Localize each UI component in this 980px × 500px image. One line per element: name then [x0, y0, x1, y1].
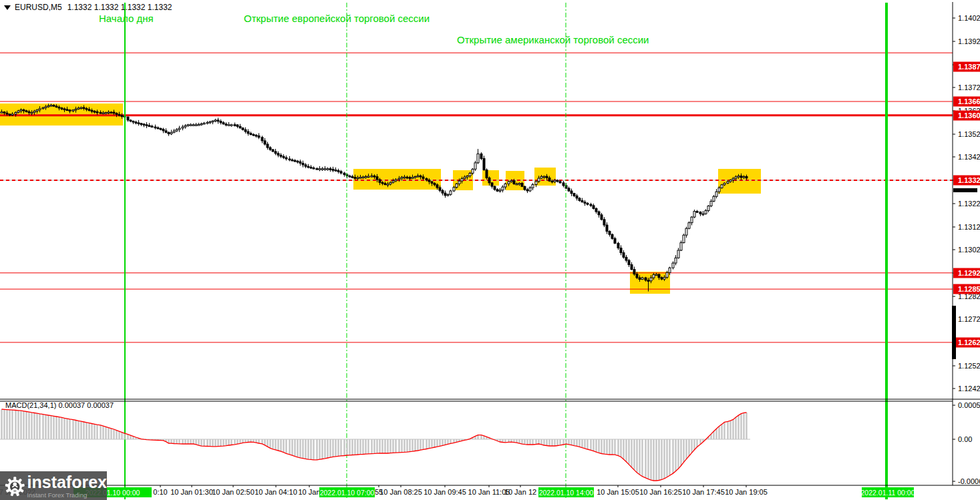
candle-body [598, 212, 600, 215]
candle-body [746, 176, 748, 178]
candle-body [269, 148, 271, 150]
candle-body [606, 225, 608, 231]
annotation-european-session: Открытие европейской торговой сессии [244, 13, 430, 24]
candle-body [461, 179, 463, 182]
macd-pane[interactable] [0, 409, 750, 481]
macd-tick-label: 0.00 [958, 435, 972, 443]
candle-body [239, 126, 241, 128]
candle-body [543, 176, 545, 178]
candle-body [431, 182, 433, 183]
candle-body [488, 178, 490, 182]
candle-body [568, 188, 570, 191]
candle-body [121, 115, 123, 117]
candle-body [499, 190, 501, 192]
price-tick-label: 1.1392 [958, 37, 980, 45]
candle-body [420, 176, 422, 177]
annotation-day-start: Начало дня [99, 13, 154, 24]
candle-body [28, 111, 30, 113]
price-tick-label: 1.1302 [958, 246, 980, 254]
instaforex-gear-icon [4, 473, 26, 500]
candle-body [53, 105, 55, 107]
candle-body [354, 178, 356, 179]
candle-body [554, 180, 556, 182]
candle-body [45, 107, 47, 108]
price-axis[interactable]: 1.14021.13921.13821.13721.13621.13521.13… [952, 14, 980, 485]
candle-body [417, 176, 419, 177]
candle-body [66, 109, 68, 111]
candle-body [381, 182, 383, 184]
candle-body [220, 121, 222, 123]
candle-body [351, 177, 353, 178]
candle-body [371, 176, 373, 177]
candle-body [444, 193, 446, 196]
logo-subtitle: Instant Forex Trading [27, 492, 107, 499]
candle-body [436, 185, 438, 188]
quote-ohlc-values: 1.1332 1.1332 1.1332 1.1332 [67, 3, 172, 12]
candle-body [516, 184, 518, 185]
price-tick-label: 1.1402 [958, 14, 980, 22]
candle-body [434, 183, 436, 184]
candle-body [450, 191, 452, 194]
level-price-label-text: 1.1262 [958, 338, 980, 346]
candle-body [206, 122, 208, 123]
candle-body [357, 178, 359, 179]
symbol-dropdown-icon[interactable] [4, 5, 11, 10]
candle-body [387, 184, 389, 186]
candle-body [236, 125, 238, 126]
candle-body [3, 112, 5, 113]
candle-body [113, 112, 115, 113]
candle-body [521, 184, 523, 187]
price-tick-label: 1.1352 [958, 130, 980, 138]
candle-body [395, 180, 397, 181]
candle-body [72, 110, 74, 111]
time-axis[interactable]: 7 Jan 20220:1010 Jan 01:3010 Jan 02:5010… [0, 485, 915, 497]
candle-body [609, 231, 611, 234]
candle-body [538, 178, 540, 182]
axis-scale-bar[interactable] [952, 306, 956, 359]
session-time-label-text: 2022.01.10 14:00 [539, 489, 594, 497]
time-tick-label: 10 Jan 12 [504, 488, 536, 496]
candle-body [453, 188, 455, 191]
time-tick-label: 10 Jan 08:25 [379, 488, 422, 496]
candle-body [343, 173, 345, 174]
candle-body [217, 120, 219, 121]
candlesticks[interactable] [1, 103, 748, 291]
candle-body [691, 217, 693, 223]
candle-body [590, 204, 592, 206]
candle-body [480, 154, 482, 158]
candle-body [36, 110, 38, 111]
candle-body [6, 113, 8, 114]
candle-body [464, 177, 466, 178]
candle-body [611, 234, 613, 238]
session-vertical-lines[interactable] [125, 3, 886, 499]
supply-demand-zones[interactable] [0, 103, 761, 294]
candle-body [645, 278, 647, 280]
price-tick-label: 1.1272 [958, 315, 980, 323]
candle-body [551, 181, 553, 182]
candle-body [280, 155, 282, 156]
candle-body [88, 109, 90, 111]
chart-canvas[interactable]: 1.14021.13921.13821.13721.13621.13521.13… [0, 0, 980, 500]
candle-body [299, 162, 301, 163]
time-tick-label: 10 Jan 16:25 [639, 488, 682, 496]
candle-body [77, 108, 79, 109]
candle-body [628, 260, 630, 264]
candle-body [483, 158, 485, 170]
candle-body [42, 107, 44, 109]
highlight-zone[interactable] [718, 169, 761, 194]
candle-body [620, 248, 622, 252]
candle-body [559, 182, 561, 183]
candle-body [570, 191, 573, 194]
candle-body [332, 170, 334, 171]
candle-body [250, 134, 252, 135]
candle-body [25, 111, 27, 112]
candle-body [456, 184, 458, 187]
horizontal-level-lines[interactable] [0, 53, 953, 342]
candle-body [61, 108, 63, 109]
candle-body [658, 274, 660, 278]
candle-body [631, 264, 633, 269]
candle-body [340, 172, 342, 173]
candle-body [162, 130, 164, 131]
candle-body [313, 168, 315, 169]
candle-body [426, 178, 428, 180]
